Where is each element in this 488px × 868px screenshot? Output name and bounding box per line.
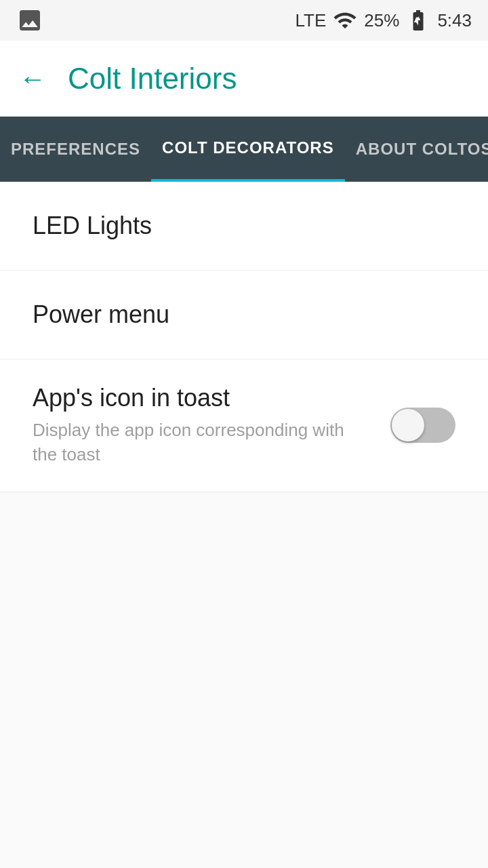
tab-preferences[interactable]: PREFERENCES	[0, 117, 151, 182]
battery-charging-icon	[406, 8, 430, 33]
battery-percent: 25%	[364, 10, 399, 31]
back-button[interactable]: ←	[19, 65, 46, 92]
status-bar: LTE 25% 5:43	[0, 0, 488, 41]
apps-icon-in-toast-item[interactable]: App's icon in toast Display the app icon…	[0, 359, 488, 492]
apps-icon-in-toast-text: App's icon in toast Display the app icon…	[33, 384, 390, 467]
apps-icon-in-toast-toggle[interactable]	[390, 408, 455, 443]
app-bar-title: Colt Interiors	[68, 62, 237, 96]
status-icons-right: LTE 25% 5:43	[296, 8, 472, 33]
tab-colt-decorators[interactable]: COLT DECORATORS	[151, 117, 345, 182]
apps-icon-in-toast-desc: Display the app icon corresponding with …	[33, 418, 369, 467]
tab-colt-decorators-label: COLT DECORATORS	[162, 138, 334, 157]
app-bar: ← Colt Interiors	[0, 41, 488, 117]
content-area: LED Lights Power menu App's icon in toas…	[0, 182, 488, 868]
status-bar-left-icons	[16, 7, 43, 34]
signal-icon	[333, 8, 357, 33]
tab-bar: PREFERENCES COLT DECORATORS ABOUT COLTOS	[0, 117, 488, 182]
toggle-knob	[392, 409, 424, 441]
apps-icon-in-toast-title: App's icon in toast	[33, 384, 369, 412]
power-menu-item[interactable]: Power menu	[0, 271, 488, 359]
lte-label: LTE	[296, 10, 327, 31]
led-lights-item[interactable]: LED Lights	[0, 182, 488, 271]
led-lights-title: LED Lights	[33, 212, 152, 239]
tab-preferences-label: PREFERENCES	[11, 140, 140, 159]
photo-icon	[16, 7, 43, 34]
tab-about-coltos[interactable]: ABOUT COLTOS	[345, 117, 488, 182]
time-display: 5:43	[437, 10, 472, 31]
tab-about-coltos-label: ABOUT COLTOS	[356, 140, 488, 159]
power-menu-title: Power menu	[33, 300, 169, 328]
